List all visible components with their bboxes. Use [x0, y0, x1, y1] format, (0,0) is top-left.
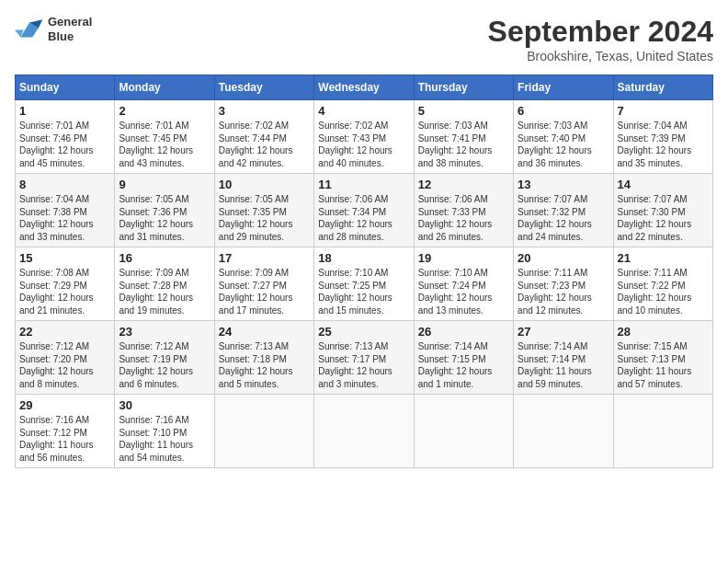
header-saturday: Saturday	[613, 75, 712, 100]
day-info: Sunrise: 7:08 AM Sunset: 7:29 PM Dayligh…	[19, 267, 110, 316]
day-number: 15	[19, 251, 110, 265]
calendar-day: 5Sunrise: 7:03 AM Sunset: 7:41 PM Daylig…	[414, 100, 513, 174]
calendar-day: 9Sunrise: 7:05 AM Sunset: 7:36 PM Daylig…	[115, 174, 214, 247]
day-number: 20	[518, 251, 609, 265]
day-info: Sunrise: 7:03 AM Sunset: 7:41 PM Dayligh…	[418, 120, 509, 169]
day-info: Sunrise: 7:05 AM Sunset: 7:36 PM Dayligh…	[119, 193, 210, 243]
day-number: 8	[19, 178, 110, 191]
day-info: Sunrise: 7:16 AM Sunset: 7:12 PM Dayligh…	[19, 414, 110, 464]
day-info: Sunrise: 7:10 AM Sunset: 7:24 PM Dayligh…	[418, 267, 509, 316]
day-number: 16	[119, 251, 210, 265]
day-number: 7	[618, 104, 709, 118]
day-info: Sunrise: 7:04 AM Sunset: 7:39 PM Dayligh…	[618, 120, 709, 169]
title-section: September 2024 Brookshire, Texas, United…	[488, 15, 713, 63]
day-info: Sunrise: 7:07 AM Sunset: 7:30 PM Dayligh…	[618, 193, 709, 243]
day-number: 12	[418, 178, 509, 191]
calendar-week-3: 22Sunrise: 7:12 AM Sunset: 7:20 PM Dayli…	[16, 321, 713, 395]
day-number: 6	[518, 104, 609, 118]
header-friday: Friday	[514, 75, 613, 100]
calendar-day	[613, 395, 712, 468]
day-info: Sunrise: 7:13 AM Sunset: 7:17 PM Dayligh…	[318, 340, 409, 390]
day-info: Sunrise: 7:10 AM Sunset: 7:25 PM Dayligh…	[318, 267, 409, 316]
calendar-day: 27Sunrise: 7:14 AM Sunset: 7:14 PM Dayli…	[514, 321, 613, 395]
calendar-day: 26Sunrise: 7:14 AM Sunset: 7:15 PM Dayli…	[414, 321, 513, 395]
day-info: Sunrise: 7:16 AM Sunset: 7:10 PM Dayligh…	[119, 414, 210, 464]
calendar-week-1: 8Sunrise: 7:04 AM Sunset: 7:38 PM Daylig…	[16, 174, 713, 247]
calendar-day: 4Sunrise: 7:02 AM Sunset: 7:43 PM Daylig…	[314, 100, 414, 174]
logo-icon	[15, 17, 44, 42]
calendar-day: 15Sunrise: 7:08 AM Sunset: 7:29 PM Dayli…	[16, 247, 115, 321]
day-number: 21	[618, 251, 709, 265]
calendar-day: 2Sunrise: 7:01 AM Sunset: 7:45 PM Daylig…	[115, 100, 214, 174]
day-number: 28	[618, 325, 709, 339]
day-number: 14	[618, 178, 709, 191]
month-title: September 2024	[488, 15, 713, 49]
calendar-week-4: 29Sunrise: 7:16 AM Sunset: 7:12 PM Dayli…	[16, 395, 713, 468]
calendar-day: 7Sunrise: 7:04 AM Sunset: 7:39 PM Daylig…	[613, 100, 712, 174]
calendar-day: 23Sunrise: 7:12 AM Sunset: 7:19 PM Dayli…	[115, 321, 214, 395]
day-info: Sunrise: 7:03 AM Sunset: 7:40 PM Dayligh…	[518, 120, 609, 169]
calendar-day: 20Sunrise: 7:11 AM Sunset: 7:23 PM Dayli…	[514, 247, 613, 321]
calendar-day: 10Sunrise: 7:05 AM Sunset: 7:35 PM Dayli…	[214, 174, 313, 247]
day-number: 1	[19, 104, 110, 118]
day-info: Sunrise: 7:06 AM Sunset: 7:34 PM Dayligh…	[318, 193, 409, 243]
day-number: 3	[219, 104, 310, 118]
header-tuesday: Tuesday	[214, 75, 313, 100]
day-number: 26	[418, 325, 509, 339]
day-info: Sunrise: 7:02 AM Sunset: 7:44 PM Dayligh…	[219, 120, 310, 169]
day-info: Sunrise: 7:07 AM Sunset: 7:32 PM Dayligh…	[518, 193, 609, 243]
calendar-day	[414, 395, 513, 468]
day-number: 4	[318, 104, 409, 118]
calendar-day: 1Sunrise: 7:01 AM Sunset: 7:46 PM Daylig…	[16, 100, 115, 174]
calendar-day: 8Sunrise: 7:04 AM Sunset: 7:38 PM Daylig…	[16, 174, 115, 247]
day-info: Sunrise: 7:06 AM Sunset: 7:33 PM Dayligh…	[418, 193, 509, 243]
calendar-week-0: 1Sunrise: 7:01 AM Sunset: 7:46 PM Daylig…	[16, 100, 713, 174]
calendar-day	[514, 395, 613, 468]
day-number: 30	[119, 398, 210, 412]
day-number: 9	[119, 178, 210, 191]
day-number: 10	[219, 178, 310, 191]
day-number: 18	[318, 251, 409, 265]
day-info: Sunrise: 7:14 AM Sunset: 7:14 PM Dayligh…	[518, 340, 609, 390]
header-thursday: Thursday	[414, 75, 513, 100]
day-info: Sunrise: 7:04 AM Sunset: 7:38 PM Dayligh…	[19, 193, 110, 243]
day-info: Sunrise: 7:13 AM Sunset: 7:18 PM Dayligh…	[219, 340, 310, 390]
day-number: 25	[318, 325, 409, 339]
calendar-day	[214, 395, 313, 468]
calendar-day: 16Sunrise: 7:09 AM Sunset: 7:28 PM Dayli…	[115, 247, 214, 321]
calendar-day: 6Sunrise: 7:03 AM Sunset: 7:40 PM Daylig…	[514, 100, 613, 174]
header-monday: Monday	[115, 75, 214, 100]
day-info: Sunrise: 7:12 AM Sunset: 7:20 PM Dayligh…	[19, 340, 110, 390]
calendar-day: 3Sunrise: 7:02 AM Sunset: 7:44 PM Daylig…	[214, 100, 313, 174]
calendar-table: SundayMondayTuesdayWednesdayThursdayFrid…	[15, 75, 713, 468]
calendar-day: 18Sunrise: 7:10 AM Sunset: 7:25 PM Dayli…	[314, 247, 414, 321]
calendar-day: 28Sunrise: 7:15 AM Sunset: 7:13 PM Dayli…	[613, 321, 712, 395]
day-number: 29	[19, 398, 110, 412]
calendar-week-2: 15Sunrise: 7:08 AM Sunset: 7:29 PM Dayli…	[16, 247, 713, 321]
location: Brookshire, Texas, United States	[488, 49, 713, 63]
day-info: Sunrise: 7:05 AM Sunset: 7:35 PM Dayligh…	[219, 193, 310, 243]
logo-text: General Blue	[48, 15, 92, 43]
day-info: Sunrise: 7:01 AM Sunset: 7:46 PM Dayligh…	[19, 120, 110, 169]
day-info: Sunrise: 7:15 AM Sunset: 7:13 PM Dayligh…	[618, 340, 709, 390]
day-info: Sunrise: 7:12 AM Sunset: 7:19 PM Dayligh…	[119, 340, 210, 390]
day-info: Sunrise: 7:09 AM Sunset: 7:28 PM Dayligh…	[119, 267, 210, 316]
day-number: 22	[19, 325, 110, 339]
calendar-day: 17Sunrise: 7:09 AM Sunset: 7:27 PM Dayli…	[214, 247, 313, 321]
page-header: General Blue September 2024 Brookshire, …	[15, 15, 713, 63]
day-number: 24	[219, 325, 310, 339]
day-number: 19	[418, 251, 509, 265]
day-number: 2	[119, 104, 210, 118]
calendar-day: 19Sunrise: 7:10 AM Sunset: 7:24 PM Dayli…	[414, 247, 513, 321]
header-sunday: Sunday	[16, 75, 115, 100]
day-info: Sunrise: 7:02 AM Sunset: 7:43 PM Dayligh…	[318, 120, 409, 169]
day-info: Sunrise: 7:11 AM Sunset: 7:23 PM Dayligh…	[518, 267, 609, 316]
calendar-day: 11Sunrise: 7:06 AM Sunset: 7:34 PM Dayli…	[314, 174, 414, 247]
day-number: 5	[418, 104, 509, 118]
day-info: Sunrise: 7:14 AM Sunset: 7:15 PM Dayligh…	[418, 340, 509, 390]
calendar-header-row: SundayMondayTuesdayWednesdayThursdayFrid…	[16, 75, 713, 100]
calendar-day: 12Sunrise: 7:06 AM Sunset: 7:33 PM Dayli…	[414, 174, 513, 247]
calendar-day: 24Sunrise: 7:13 AM Sunset: 7:18 PM Dayli…	[214, 321, 313, 395]
day-number: 23	[119, 325, 210, 339]
calendar-day: 14Sunrise: 7:07 AM Sunset: 7:30 PM Dayli…	[613, 174, 712, 247]
